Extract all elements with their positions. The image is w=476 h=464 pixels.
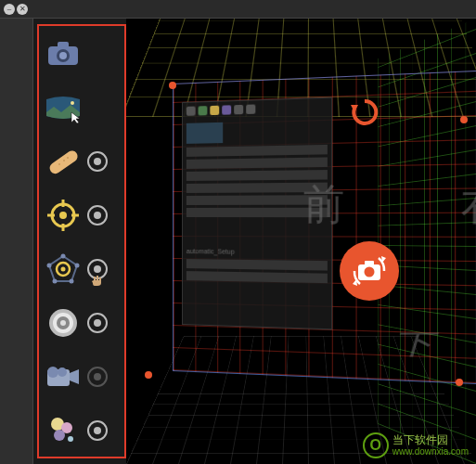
svg-point-22 [61, 267, 66, 272]
capture-rotate-button[interactable] [340, 241, 399, 301]
svg-point-16 [61, 254, 66, 259]
camera-tool[interactable] [45, 35, 119, 72]
svg-rect-35 [365, 261, 374, 266]
svg-point-10 [59, 212, 67, 219]
gizmo-handle[interactable] [145, 371, 152, 379]
anchor-pentagon-icon [45, 251, 82, 288]
svg-point-19 [53, 279, 58, 284]
gizmo-handle[interactable] [169, 82, 176, 89]
svg-rect-1 [58, 42, 69, 48]
crosshair-icon [45, 197, 82, 234]
atmosphere-icon [45, 412, 82, 449]
gizmo-handle[interactable] [460, 116, 468, 123]
visibility-toggle-icon[interactable] [87, 205, 108, 226]
lens-tool[interactable] [45, 304, 119, 342]
svg-point-17 [75, 264, 80, 268]
svg-point-36 [365, 267, 375, 277]
patch-tool[interactable] [45, 143, 119, 180]
watermark-url: www.downxia.com [392, 446, 469, 457]
visibility-toggle-icon[interactable] [87, 367, 108, 387]
target-tool[interactable] [45, 197, 119, 234]
tool-palette [37, 24, 126, 458]
atmosphere-tool[interactable] [45, 412, 119, 449]
3d-viewport[interactable]: automatic_Setup 前 右 下 O 当下软件园 www.downxi [126, 19, 476, 464]
visibility-toggle-icon[interactable] [87, 420, 108, 441]
bandage-icon [45, 143, 82, 180]
svg-point-29 [58, 367, 67, 377]
speaker-lens-icon [45, 304, 82, 342]
watermark-name: 当下软件园 [392, 434, 469, 446]
rotate-arrow-icon[interactable] [349, 97, 380, 133]
anchor-tool[interactable] [45, 251, 119, 288]
video-camera-icon [45, 358, 82, 395]
svg-point-7 [63, 160, 65, 161]
face-label-front: 前 [303, 176, 345, 234]
close-icon[interactable]: ✕ [17, 4, 28, 15]
hand-icon [91, 275, 102, 286]
svg-point-20 [47, 264, 52, 268]
face-label-right: 右 [461, 176, 476, 234]
svg-point-32 [54, 430, 65, 441]
cursor-icon [71, 111, 84, 124]
visibility-toggle-icon[interactable] [87, 151, 108, 172]
title-bar: – ✕ [0, 0, 476, 19]
camera-rotate-icon [351, 252, 388, 290]
svg-point-26 [60, 320, 66, 326]
panorama-tool[interactable] [45, 89, 119, 126]
left-dock [0, 19, 33, 464]
scene-camera-tool[interactable] [45, 358, 119, 395]
watermark-logo-icon: O [363, 432, 389, 458]
watermark: O 当下软件园 www.downxia.com [363, 432, 469, 458]
visibility-toggle-icon[interactable] [87, 313, 108, 333]
svg-point-28 [47, 367, 58, 378]
svg-point-3 [59, 52, 67, 59]
svg-point-18 [70, 279, 74, 284]
camera-icon [45, 35, 82, 72]
svg-point-4 [71, 101, 74, 105]
svg-rect-5 [47, 148, 80, 175]
collapse-icon[interactable]: – [4, 4, 15, 15]
gizmo-handle[interactable] [456, 379, 463, 386]
svg-point-8 [67, 157, 69, 159]
svg-point-33 [68, 436, 73, 442]
svg-point-6 [58, 163, 60, 165]
